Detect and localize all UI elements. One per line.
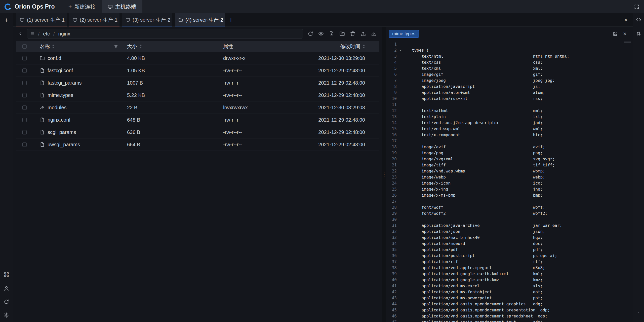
code-line[interactable]: 44 application/vnd.oasis.opendocument.gr… [386, 301, 633, 307]
code-line[interactable]: 13 text/plain txt; [386, 114, 633, 120]
code-line[interactable]: 43 application/vnd.ms-powerpoint ppt; [386, 295, 633, 301]
table-row[interactable]: scgi_params636 B-rw-r--r--2021-12-29 02:… [16, 126, 379, 138]
code-line[interactable]: 36 application/postscript ps eps ai; [386, 253, 633, 259]
add-terminal-tab-button[interactable]: + [225, 13, 237, 26]
transfer-list-icon[interactable] [636, 31, 641, 37]
code-line[interactable]: 6 image/gif gif; [386, 71, 633, 78]
upload-button[interactable] [358, 28, 369, 39]
show-hidden-files-button[interactable] [316, 28, 326, 39]
code-line[interactable]: 10 application/rss+xml rss; [386, 96, 633, 102]
code-line[interactable]: 18 image/avif avif; [386, 144, 633, 150]
row-checkbox[interactable] [22, 93, 27, 97]
sync-icon[interactable] [4, 299, 9, 305]
sort-carets-icon[interactable] [139, 45, 142, 48]
file-name[interactable]: uwsgi_params [48, 142, 80, 148]
code-line[interactable]: 7 image/jpeg jpeg jpg; [386, 78, 633, 84]
panel-splitter[interactable]: ⋮ [382, 27, 386, 322]
sort-carets-icon[interactable] [363, 45, 365, 48]
editor-close-button[interactable]: × [620, 29, 630, 39]
save-file-button[interactable] [611, 29, 620, 39]
code-line[interactable]: 46 application/vnd.oasis.opendocument.sp… [386, 313, 633, 319]
table-row[interactable]: nginx.conf648 B-rw-r--r--2021-12-29 02:4… [16, 114, 379, 126]
row-checkbox[interactable] [22, 142, 27, 147]
new-file-button[interactable] [326, 28, 337, 39]
code-line[interactable]: 21 image/tiff tif tiff; [386, 162, 633, 168]
table-row[interactable]: fastcgi.conf1.05 KB-rw-r--r--2021-12-29 … [16, 64, 379, 77]
code-line[interactable]: 5 text/xml xml; [386, 65, 633, 71]
code-line[interactable]: 2▾types { [386, 47, 633, 53]
new-folder-button[interactable] [337, 28, 347, 39]
file-name[interactable]: conf.d [48, 55, 61, 61]
column-header-name[interactable]: 名称 [32, 43, 127, 50]
code-line[interactable]: 8 application/javascript js; [386, 84, 633, 90]
code-line[interactable]: 14 text/vnd.sun.j2me.app-descriptor jad; [386, 120, 633, 126]
tabbar-close-button[interactable]: × [619, 13, 633, 26]
file-name[interactable]: fastcgi.conf [48, 68, 73, 74]
delete-button[interactable] [347, 28, 358, 39]
code-editor[interactable]: 12▾types {3 text/html html htm shtml;4 t… [386, 41, 633, 322]
row-checkbox[interactable] [22, 81, 27, 85]
file-name[interactable]: scgi_params [48, 129, 76, 135]
user-icon[interactable] [4, 285, 9, 291]
sort-carets-icon[interactable] [52, 45, 55, 48]
table-row[interactable]: modules22 Blrwxrwxrwx2021-12-30 03:29:08 [16, 101, 379, 114]
file-name[interactable]: mime.types [48, 92, 73, 98]
code-line[interactable]: 33 application/mac-binhex40 hqx; [386, 235, 633, 241]
breadcrumb-segment[interactable]: nginx [58, 31, 70, 37]
code-line[interactable]: 24 image/x-icon ico; [386, 180, 633, 186]
code-line[interactable]: 34 application/msword doc; [386, 241, 633, 247]
code-line[interactable]: 1 [386, 41, 633, 47]
back-button[interactable] [16, 29, 25, 38]
table-row[interactable]: mime.types5.22 KB-rw-r--r--2021-12-29 02… [16, 89, 379, 101]
code-line[interactable]: 31 application/java-archive jar war ear; [386, 223, 633, 229]
column-header-mtime[interactable]: 修改时间 [309, 43, 379, 50]
filter-funnel-icon[interactable] [114, 45, 118, 49]
row-checkbox[interactable] [22, 68, 27, 73]
code-line[interactable]: 29 font/woff2 woff2; [386, 210, 633, 217]
shortcut-command-icon[interactable]: ⌘ [3, 272, 10, 278]
code-line[interactable]: 47 application/vnd.oasis.opendocument.te… [386, 319, 633, 322]
code-line[interactable]: 45 application/vnd.oasis.opendocument.pr… [386, 307, 633, 313]
code-line[interactable]: 35 application/pdf pdf; [386, 247, 633, 253]
row-checkbox[interactable] [22, 105, 27, 110]
code-line[interactable]: 37 application/rtf rtf; [386, 259, 633, 265]
settings-gear-icon[interactable] [4, 312, 9, 318]
code-snippet-icon[interactable] [636, 17, 641, 23]
select-all-checkbox[interactable] [22, 44, 27, 49]
code-line[interactable]: 28 font/woff woff; [386, 204, 633, 210]
code-line[interactable]: 41 application/vnd.ms-excel xls; [386, 283, 633, 289]
code-line[interactable]: 19 image/png png; [386, 150, 633, 156]
breadcrumb-segment[interactable]: etc [43, 31, 50, 37]
code-line[interactable]: 38 application/vnd.apple.mpegurl m3u8; [386, 265, 633, 271]
host-terminal-tab[interactable]: 主机终端 [102, 0, 142, 13]
download-button[interactable] [369, 28, 379, 39]
editor-scrollbar-mark[interactable] [624, 42, 631, 43]
row-checkbox[interactable] [22, 118, 27, 122]
new-connection-button[interactable]: + 新建连接 [62, 0, 102, 13]
code-line[interactable]: 39 application/vnd.google-earth.kml+xml … [386, 271, 633, 277]
refresh-button[interactable] [305, 28, 316, 39]
code-line[interactable]: 16 text/x-component htc; [386, 132, 633, 138]
terminal-tab[interactable]: (2) server-生产-1 [69, 13, 119, 26]
code-line[interactable]: 12 text/mathml mml; [386, 108, 633, 114]
code-line[interactable]: 27 [386, 198, 633, 204]
code-line[interactable]: 4 text/css css; [386, 59, 633, 65]
code-line[interactable]: 22 image/vnd.wap.wbmp wbmp; [386, 168, 633, 174]
row-checkbox[interactable] [22, 56, 27, 60]
code-line[interactable]: 42 application/vnd.ms-fontobject eot; [386, 289, 633, 295]
file-name[interactable]: nginx.conf [48, 117, 70, 123]
column-header-size[interactable]: 大小 [127, 43, 223, 50]
terminal-tab[interactable]: (4) server-生产-2 [175, 13, 225, 26]
sidebar-add-button[interactable]: + [5, 17, 9, 24]
table-row[interactable]: fastcgi_params1007 B-rw-r--r--2021-12-29… [16, 77, 379, 89]
code-line[interactable]: 32 application/json json; [386, 229, 633, 235]
code-line[interactable]: 15 text/vnd.wap.wml wml; [386, 126, 633, 132]
file-name[interactable]: fastcgi_params [48, 80, 82, 86]
screenshot-camera-icon[interactable] [636, 312, 641, 317]
file-name[interactable]: modules [48, 105, 67, 111]
directory-list-icon[interactable] [30, 31, 35, 36]
column-header-attr[interactable]: 属性 [223, 43, 309, 50]
table-row[interactable]: conf.d4.00 KBdrwxr-xr-x2021-12-30 03:29:… [16, 52, 379, 64]
code-line[interactable]: 23 image/webp webp; [386, 174, 633, 180]
code-line[interactable]: 9 application/atom+xml atom; [386, 90, 633, 96]
